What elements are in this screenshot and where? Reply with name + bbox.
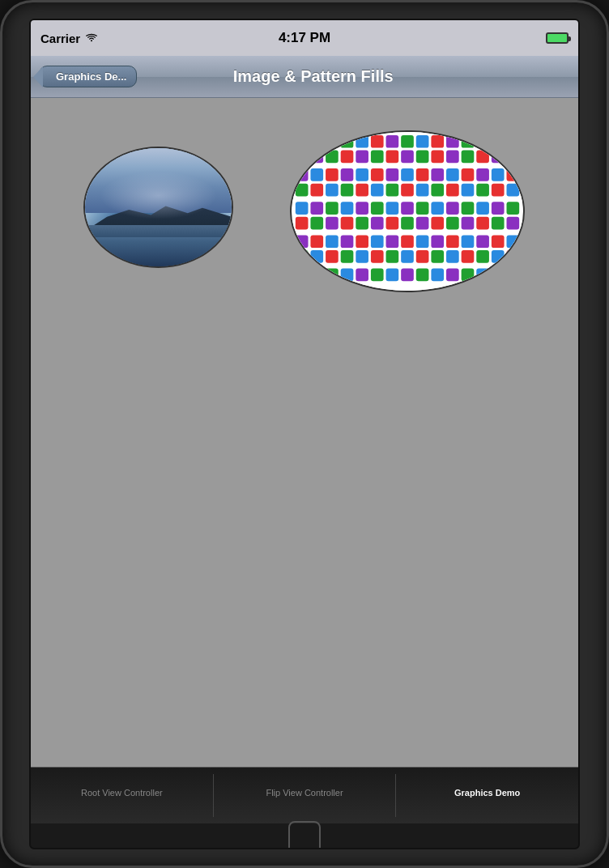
svg-rect-98 bbox=[507, 217, 520, 230]
svg-rect-91 bbox=[401, 217, 414, 230]
svg-rect-74 bbox=[371, 202, 384, 215]
svg-rect-9 bbox=[296, 135, 309, 148]
svg-rect-134 bbox=[371, 269, 384, 282]
svg-rect-61 bbox=[401, 184, 414, 197]
svg-rect-30 bbox=[386, 151, 399, 164]
nav-title: Image & Pattern Fills bbox=[137, 67, 489, 86]
svg-rect-32 bbox=[416, 151, 429, 164]
svg-rect-89 bbox=[371, 217, 384, 230]
svg-rect-24 bbox=[296, 151, 309, 164]
svg-rect-87 bbox=[341, 217, 354, 230]
tab-graphics-demo[interactable]: Graphics Demo bbox=[396, 768, 578, 823]
svg-rect-68 bbox=[507, 184, 520, 197]
svg-rect-34 bbox=[446, 151, 459, 164]
svg-rect-50 bbox=[462, 168, 475, 181]
svg-rect-21 bbox=[476, 135, 489, 148]
svg-rect-48 bbox=[431, 168, 444, 181]
svg-rect-140 bbox=[462, 269, 475, 282]
svg-rect-16 bbox=[401, 135, 414, 148]
svg-rect-76 bbox=[401, 202, 414, 215]
svg-rect-80 bbox=[462, 202, 475, 215]
svg-rect-86 bbox=[326, 217, 339, 230]
svg-rect-65 bbox=[462, 184, 475, 197]
svg-rect-141 bbox=[476, 269, 489, 282]
svg-rect-125 bbox=[462, 250, 475, 263]
svg-rect-129 bbox=[296, 269, 309, 282]
svg-rect-11 bbox=[326, 135, 339, 148]
svg-rect-96 bbox=[476, 217, 489, 230]
svg-rect-47 bbox=[416, 168, 429, 181]
svg-rect-42 bbox=[341, 168, 354, 181]
back-button[interactable]: Graphics De... bbox=[39, 66, 137, 87]
svg-rect-138 bbox=[431, 269, 444, 282]
tab-flip-view-controller[interactable]: Flip View Controller bbox=[214, 768, 396, 823]
svg-rect-12 bbox=[341, 135, 354, 148]
svg-rect-113 bbox=[507, 235, 520, 248]
pattern-oval[interactable] bbox=[290, 130, 525, 292]
device: Carrier 4:17 PM Graphics De... Image & P… bbox=[0, 0, 609, 868]
tab-flip-label: Flip View Controller bbox=[266, 788, 343, 798]
svg-rect-29 bbox=[371, 151, 384, 164]
svg-rect-38 bbox=[507, 151, 520, 164]
svg-rect-104 bbox=[371, 235, 384, 248]
home-button[interactable] bbox=[288, 821, 321, 849]
home-indicator-area bbox=[31, 823, 578, 848]
svg-rect-94 bbox=[446, 217, 459, 230]
photo-oval[interactable] bbox=[83, 147, 233, 268]
battery-icon bbox=[546, 32, 569, 44]
carrier-label: Carrier bbox=[40, 32, 80, 45]
svg-rect-26 bbox=[326, 151, 339, 164]
svg-rect-103 bbox=[356, 235, 368, 248]
time-label: 4:17 PM bbox=[279, 30, 330, 46]
svg-rect-58 bbox=[356, 184, 368, 197]
svg-rect-137 bbox=[416, 269, 429, 282]
svg-rect-82 bbox=[492, 202, 505, 215]
svg-rect-23 bbox=[507, 135, 520, 148]
pattern-svg bbox=[292, 132, 523, 291]
svg-rect-90 bbox=[386, 217, 399, 230]
svg-rect-14 bbox=[371, 135, 384, 148]
wifi-icon bbox=[85, 33, 98, 43]
svg-rect-120 bbox=[386, 250, 399, 263]
svg-rect-126 bbox=[476, 250, 489, 263]
svg-rect-92 bbox=[416, 217, 429, 230]
svg-rect-77 bbox=[416, 202, 429, 215]
tab-bar: Root View Controller Flip View Controlle… bbox=[31, 767, 578, 823]
tab-root-view-controller[interactable]: Root View Controller bbox=[31, 768, 213, 823]
svg-rect-56 bbox=[326, 184, 339, 197]
photo-sky bbox=[85, 148, 232, 213]
svg-rect-10 bbox=[310, 135, 323, 148]
svg-rect-18 bbox=[431, 135, 444, 148]
svg-rect-139 bbox=[446, 269, 459, 282]
svg-rect-101 bbox=[326, 235, 339, 248]
svg-rect-31 bbox=[401, 151, 414, 164]
svg-rect-143 bbox=[507, 269, 520, 282]
svg-rect-130 bbox=[310, 269, 323, 282]
svg-rect-83 bbox=[507, 202, 520, 215]
svg-rect-59 bbox=[371, 184, 384, 197]
svg-rect-71 bbox=[326, 202, 339, 215]
svg-rect-20 bbox=[462, 135, 475, 148]
svg-rect-111 bbox=[476, 235, 489, 248]
svg-rect-43 bbox=[356, 168, 368, 181]
svg-rect-110 bbox=[462, 235, 475, 248]
svg-rect-46 bbox=[401, 168, 414, 181]
svg-rect-84 bbox=[296, 217, 309, 230]
svg-rect-39 bbox=[296, 168, 309, 181]
svg-rect-136 bbox=[401, 269, 414, 282]
svg-rect-40 bbox=[310, 168, 323, 181]
back-button-label: Graphics De... bbox=[56, 70, 126, 83]
svg-rect-60 bbox=[386, 184, 399, 197]
svg-rect-22 bbox=[492, 135, 505, 148]
svg-rect-72 bbox=[341, 202, 354, 215]
svg-rect-41 bbox=[326, 168, 339, 181]
svg-rect-36 bbox=[476, 151, 489, 164]
svg-rect-51 bbox=[476, 168, 489, 181]
svg-rect-52 bbox=[492, 168, 505, 181]
svg-rect-88 bbox=[356, 217, 368, 230]
svg-rect-107 bbox=[416, 235, 429, 248]
svg-rect-131 bbox=[326, 269, 339, 282]
svg-rect-35 bbox=[462, 151, 475, 164]
svg-rect-99 bbox=[296, 235, 309, 248]
svg-rect-37 bbox=[492, 151, 505, 164]
